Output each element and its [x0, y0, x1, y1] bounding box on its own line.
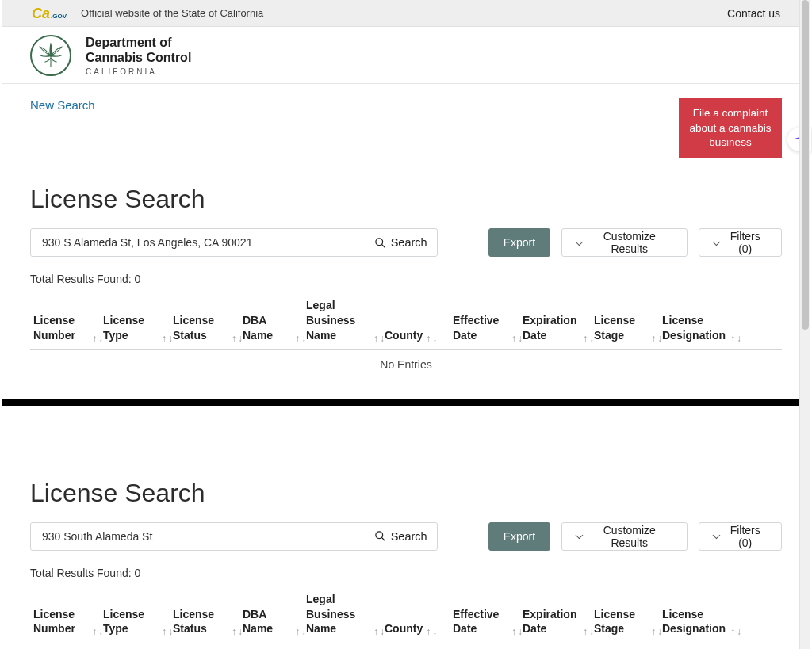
sort-icon: ↑↓: [232, 334, 243, 343]
export-button[interactable]: Export: [488, 228, 550, 257]
col-county[interactable]: County↑↓: [385, 592, 453, 637]
sort-icon: ↑↓: [232, 627, 243, 636]
sort-icon: ↑↓: [730, 627, 741, 636]
sort-icon: ↑↓: [295, 627, 306, 636]
col-license-status[interactable]: License Status↑↓: [173, 592, 243, 637]
total-results: Total Results Found: 0: [30, 273, 782, 285]
svg-line-5: [381, 538, 385, 541]
sort-icon: ↑↓: [295, 334, 306, 343]
sort-icon: ↑↓: [162, 627, 173, 636]
gov-banner: Ca.GOV Official website of the State of …: [2, 0, 810, 27]
chevron-down-icon: [576, 238, 584, 246]
total-results: Total Results Found: 0: [30, 567, 782, 579]
sort-icon: ↑↓: [583, 334, 594, 343]
sort-icon: ↑↓: [426, 627, 437, 636]
svg-line-1: [381, 244, 385, 247]
filters-label: Filters (0): [723, 524, 767, 549]
cannabis-leaf-icon: [30, 35, 71, 76]
customize-results-button[interactable]: Customize Results: [561, 522, 688, 551]
dept-name-line2: Cannabis Control: [86, 50, 191, 65]
col-license-stage[interactable]: License Stage↑↓: [594, 592, 662, 637]
no-entries-message: No Entries: [30, 643, 782, 649]
scrollbar-thumb[interactable]: [802, 0, 809, 330]
sort-icon: ↑↓: [651, 334, 662, 343]
search-icon: [374, 530, 386, 542]
gov-tagline: Official website of the State of Califor…: [81, 7, 263, 19]
filters-label: Filters (0): [723, 230, 767, 255]
col-effective-date[interactable]: Effective Date↑↓: [453, 592, 523, 637]
sort-icon: ↑↓: [583, 627, 594, 636]
customize-results-button[interactable]: Customize Results: [561, 228, 688, 257]
search-box: Search: [30, 522, 438, 551]
filters-button[interactable]: Filters (0): [699, 522, 782, 551]
search-label: Search: [391, 236, 427, 249]
col-license-type[interactable]: License Type↑↓: [103, 298, 173, 343]
sort-icon: ↑↓: [651, 627, 662, 636]
results-table-header: License Number↑↓ License Type↑↓ License …: [30, 592, 782, 644]
col-dba-name[interactable]: DBA Name↑↓: [243, 592, 306, 637]
col-license-designation[interactable]: License Designation↑↓: [662, 298, 741, 343]
sort-icon: ↑↓: [162, 334, 173, 343]
search-icon: [374, 237, 386, 249]
search-box: Search: [30, 228, 438, 257]
gov-suffix: .GOV: [51, 13, 67, 20]
col-expiration-date[interactable]: Expiration Date↑↓: [523, 298, 594, 343]
sort-icon: ↑↓: [730, 334, 741, 343]
search-button[interactable]: Search: [374, 530, 427, 543]
export-button[interactable]: Export: [488, 522, 550, 551]
col-license-type[interactable]: License Type↑↓: [103, 592, 173, 637]
contact-us-link[interactable]: Contact us: [727, 7, 780, 20]
col-expiration-date[interactable]: Expiration Date↑↓: [523, 592, 594, 637]
col-license-designation[interactable]: License Designation↑↓: [662, 592, 741, 637]
search-button[interactable]: Search: [374, 236, 427, 249]
search-label: Search: [391, 530, 427, 543]
col-license-status[interactable]: License Status↑↓: [173, 298, 243, 343]
sort-icon: ↑↓: [511, 627, 523, 636]
department-header: Department of Cannabis Control CALIFORNI…: [2, 27, 810, 84]
new-search-link[interactable]: New Search: [30, 98, 95, 112]
sort-icon: ↑↓: [373, 334, 385, 343]
col-legal-business-name[interactable]: Legal Business Name↑↓: [306, 592, 385, 637]
col-county[interactable]: County↑↓: [385, 298, 453, 343]
col-license-number[interactable]: License Number↑↓: [30, 592, 103, 637]
col-legal-business-name[interactable]: Legal Business Name↑↓: [306, 298, 385, 343]
dept-subtitle: CALIFORNIA: [86, 67, 191, 76]
col-dba-name[interactable]: DBA Name↑↓: [243, 298, 306, 343]
page-title: License Search: [30, 185, 782, 214]
customize-label: Customize Results: [587, 524, 672, 549]
chevron-down-icon: [712, 238, 720, 246]
page-title: License Search: [30, 479, 782, 508]
ca-gov-logo[interactable]: Ca.GOV: [32, 6, 67, 21]
frame-divider: [2, 399, 810, 406]
sort-icon: ↑↓: [426, 334, 437, 343]
results-table-header: License Number↑↓ License Type↑↓ License …: [30, 298, 782, 350]
file-complaint-button[interactable]: File a complaint about a cannabis busine…: [679, 98, 782, 158]
chevron-down-icon: [576, 532, 584, 540]
search-input[interactable]: [40, 529, 374, 544]
sort-icon: ↑↓: [373, 627, 385, 636]
col-effective-date[interactable]: Effective Date↑↓: [453, 298, 523, 343]
search-input[interactable]: [40, 235, 374, 250]
col-license-number[interactable]: License Number↑↓: [30, 298, 103, 343]
sort-icon: ↑↓: [511, 334, 523, 343]
sort-icon: ↑↓: [92, 627, 103, 636]
sort-icon: ↑↓: [92, 334, 103, 343]
col-license-stage[interactable]: License Stage↑↓: [594, 298, 662, 343]
scrollbar[interactable]: [799, 0, 810, 649]
no-entries-message: No Entries: [30, 350, 782, 376]
dept-name-line1: Department of: [86, 35, 191, 50]
chevron-down-icon: [712, 532, 720, 540]
customize-label: Customize Results: [587, 230, 672, 255]
filters-button[interactable]: Filters (0): [699, 228, 782, 257]
